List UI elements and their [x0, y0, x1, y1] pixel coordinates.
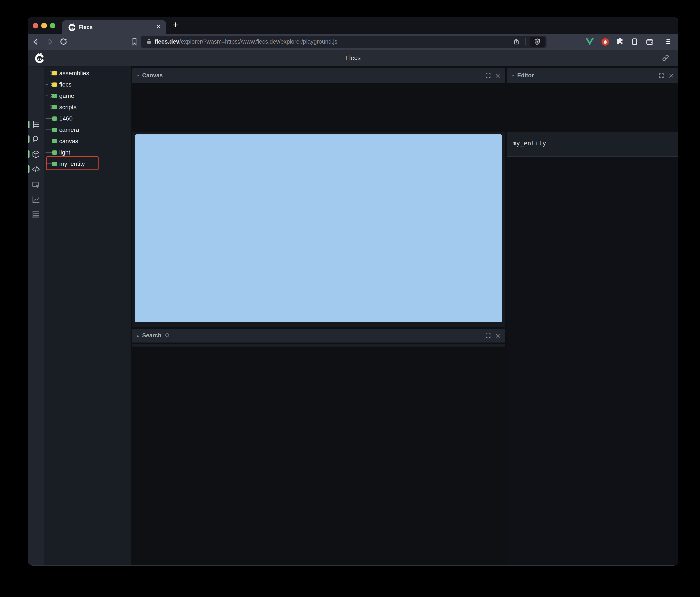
- code-icon[interactable]: [31, 165, 41, 174]
- tree-item-label: assemblies: [59, 70, 89, 77]
- app-header: Flecs: [28, 50, 678, 67]
- chevron-down-icon[interactable]: [135, 73, 141, 78]
- vue-devtools-icon[interactable]: [585, 38, 594, 45]
- entity-color-square: [52, 71, 57, 75]
- urlbar-divider: [525, 38, 526, 45]
- canvas-panel-body: [132, 132, 505, 327]
- connector: [46, 118, 52, 119]
- canvas-panel-title: Canvas: [142, 72, 163, 79]
- extension-hex-icon[interactable]: [601, 37, 609, 47]
- active-pill: [28, 165, 29, 173]
- editor-code-text[interactable]: my_entity: [512, 139, 546, 147]
- editor-panel-body[interactable]: my_entity: [507, 132, 678, 156]
- reload-icon[interactable]: [59, 37, 68, 46]
- tree-item-label: game: [59, 93, 74, 99]
- lock-icon: [146, 39, 152, 45]
- close-icon[interactable]: [668, 73, 674, 79]
- flecs-favicon-icon: [67, 23, 76, 31]
- tree-item-label: light: [59, 149, 70, 156]
- close-icon[interactable]: [495, 73, 501, 79]
- url-text: flecs.dev/explorer/?wasm=https://www.fle…: [155, 38, 338, 45]
- active-pill: [28, 121, 29, 128]
- tree-item-label: flecs: [59, 81, 72, 88]
- search-panel-header[interactable]: Search: [132, 329, 505, 342]
- app-title: Flecs: [28, 54, 678, 61]
- menu-icon[interactable]: [665, 38, 672, 45]
- search-icon[interactable]: [31, 135, 41, 144]
- entities-cube-icon[interactable]: [31, 150, 41, 159]
- tree-item-game[interactable]: game: [44, 90, 131, 102]
- webgl-canvas[interactable]: [135, 134, 502, 322]
- new-tab-button[interactable]: +: [173, 19, 178, 30]
- link-icon[interactable]: [662, 54, 670, 62]
- editor-empty-area: [507, 157, 678, 565]
- app-main: assemblies flecs game scripts 1460: [28, 67, 678, 565]
- connector: [46, 73, 48, 73]
- connector: [46, 96, 48, 96]
- inspect-icon[interactable]: [31, 180, 41, 189]
- browser-tab[interactable]: Flecs: [62, 20, 166, 34]
- entity-color-square: [52, 82, 57, 87]
- browser-toolbar: flecs.dev/explorer/?wasm=https://www.fle…: [28, 34, 678, 50]
- entity-color-square: [52, 128, 57, 132]
- fullscreen-icon[interactable]: [658, 73, 664, 79]
- active-pill: [28, 150, 29, 158]
- traffic-light-minimize[interactable]: [41, 23, 47, 28]
- hierarchy-icon[interactable]: [31, 120, 41, 129]
- back-icon[interactable]: [32, 37, 40, 46]
- active-pill: [28, 135, 29, 143]
- entity-tree-panel: assemblies flecs game scripts 1460: [44, 67, 131, 565]
- extensions-puzzle-icon[interactable]: [616, 37, 624, 46]
- tree-item-label: 1460: [59, 115, 73, 122]
- tree-item-canvas[interactable]: canvas: [44, 135, 131, 147]
- tree-item-scripts[interactable]: scripts: [44, 102, 131, 113]
- editor-panel-header[interactable]: Editor: [507, 68, 678, 83]
- entity-color-square: [52, 139, 57, 144]
- fullscreen-icon[interactable]: [485, 333, 491, 339]
- forward-icon[interactable]: [46, 37, 54, 46]
- fullscreen-icon[interactable]: [485, 73, 491, 79]
- connector: [46, 129, 52, 130]
- entity-color-square: [52, 150, 57, 155]
- chevron-down-icon[interactable]: [510, 73, 516, 78]
- screenshot-stage: Flecs + flecs.dev/explorer/?wasm=https:/…: [0, 0, 700, 597]
- tree-item-assemblies[interactable]: assemblies: [44, 68, 131, 79]
- connector: [46, 107, 48, 107]
- icon-sidebar: [28, 67, 44, 565]
- url-domain: flecs.dev: [155, 38, 179, 45]
- close-icon[interactable]: [495, 333, 501, 339]
- search-panel-title: Search: [142, 332, 161, 339]
- entity-color-square: [52, 94, 57, 98]
- address-bar[interactable]: flecs.dev/explorer/?wasm=https://www.fle…: [141, 36, 547, 48]
- browser-window: Flecs + flecs.dev/explorer/?wasm=https:/…: [28, 17, 678, 566]
- traffic-light-close[interactable]: [33, 23, 38, 28]
- connector: [46, 152, 52, 153]
- tree-item-label: canvas: [59, 138, 78, 145]
- canvas-panel-header[interactable]: Canvas: [132, 68, 505, 83]
- tab-title: Flecs: [78, 24, 93, 30]
- tree-item-label: scripts: [59, 104, 77, 111]
- search-panel-body: [132, 344, 505, 346]
- connector: [46, 141, 52, 141]
- tree-item-label: camera: [59, 127, 79, 133]
- bookmark-icon[interactable]: [130, 37, 139, 46]
- stats-chart-icon[interactable]: [31, 195, 41, 204]
- selected-entity-highlight: [46, 156, 99, 170]
- traffic-light-zoom[interactable]: [50, 23, 55, 28]
- tree-item-flecs[interactable]: flecs: [44, 79, 131, 90]
- tree-item-camera[interactable]: camera: [44, 124, 131, 135]
- brave-shields-icon[interactable]: [530, 37, 545, 47]
- url-path: /explorer/?wasm=https://www.flecs.dev/ex…: [179, 38, 338, 45]
- tab-strip: Flecs +: [28, 17, 678, 34]
- connector: [46, 84, 48, 85]
- tree-item-1460[interactable]: 1460: [44, 113, 131, 124]
- editor-panel-title: Editor: [517, 72, 534, 79]
- side-panel-icon[interactable]: [630, 37, 639, 46]
- memory-icon[interactable]: [31, 210, 41, 219]
- entity-color-square: [52, 116, 57, 121]
- wallet-icon[interactable]: [646, 37, 654, 46]
- magnifier-icon: [165, 333, 170, 339]
- collapsed-dot-icon: [136, 335, 139, 337]
- tab-close-icon[interactable]: [156, 24, 161, 29]
- share-icon[interactable]: [513, 38, 520, 45]
